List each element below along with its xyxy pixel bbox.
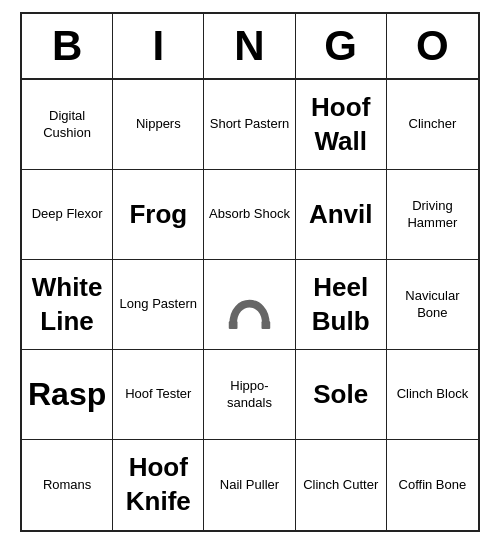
bingo-cell-9: Driving Hammer [387, 170, 478, 260]
bingo-cell-0: Digital Cushion [22, 80, 113, 170]
header-letter-n: N [204, 14, 295, 78]
bingo-cell-14: Navicular Bone [387, 260, 478, 350]
bingo-cell-7: Absorb Shock [204, 170, 295, 260]
bingo-card: BINGO Digital CushionNippersShort Paster… [20, 12, 480, 532]
header-letter-i: I [113, 14, 204, 78]
bingo-cell-4: Clincher [387, 80, 478, 170]
bingo-cell-22: Nail Puller [204, 440, 295, 530]
bingo-cell-23: Clinch Cutter [296, 440, 387, 530]
bingo-cell-8: Anvil [296, 170, 387, 260]
bingo-cell-5: Deep Flexor [22, 170, 113, 260]
bingo-cell-20: Romans [22, 440, 113, 530]
bingo-cell-13: Heel Bulb [296, 260, 387, 350]
svg-rect-1 [261, 321, 270, 329]
svg-rect-0 [229, 321, 238, 329]
bingo-header: BINGO [22, 14, 478, 80]
bingo-cell-24: Coffin Bone [387, 440, 478, 530]
bingo-cell-1: Nippers [113, 80, 204, 170]
bingo-cell-2: Short Pastern [204, 80, 295, 170]
bingo-cell-6: Frog [113, 170, 204, 260]
bingo-grid: Digital CushionNippersShort PasternHoof … [22, 80, 478, 530]
bingo-cell-10: White Line [22, 260, 113, 350]
header-letter-o: O [387, 14, 478, 78]
header-letter-g: G [296, 14, 387, 78]
bingo-cell-16: Hoof Tester [113, 350, 204, 440]
bingo-cell-11: Long Pastern [113, 260, 204, 350]
bingo-cell-15: Rasp [22, 350, 113, 440]
bingo-cell-12 [204, 260, 295, 350]
bingo-cell-17: Hippo-sandals [204, 350, 295, 440]
header-letter-b: B [22, 14, 113, 78]
bingo-cell-19: Clinch Block [387, 350, 478, 440]
bingo-cell-3: Hoof Wall [296, 80, 387, 170]
bingo-cell-21: Hoof Knife [113, 440, 204, 530]
bingo-cell-18: Sole [296, 350, 387, 440]
